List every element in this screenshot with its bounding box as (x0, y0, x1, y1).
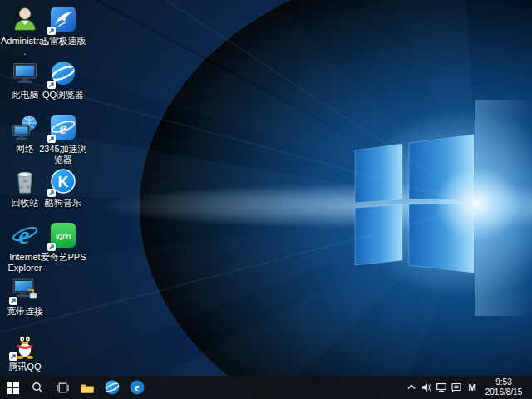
broadband-monitor-icon (11, 275, 39, 303)
desktop-icon-qq-browser[interactable]: QQ浏览器 (38, 59, 88, 101)
hidden-icons-button[interactable] (404, 376, 419, 399)
qq-browser-planet-icon (49, 59, 77, 87)
desktop-icon-iqiyi-pps[interactable]: iQIYI 爱奇艺PPS (38, 221, 88, 263)
recycle-bin-icon (11, 167, 39, 195)
ime-indicator[interactable]: M (464, 376, 480, 399)
network-globe-icon (11, 113, 39, 141)
iqiyi-tile-text: iQIYI (56, 233, 71, 240)
desktop-icon-kugou-music[interactable]: K 酷狗音乐 (38, 167, 88, 209)
2345-browser-e-icon: e (49, 113, 77, 141)
action-center-icon (451, 382, 462, 393)
speaker-icon (421, 382, 432, 393)
shortcut-arrow-overlay (9, 297, 17, 305)
qq-penguin-icon (11, 331, 39, 359)
task-view-button[interactable] (50, 376, 75, 399)
user-files-icon (11, 5, 39, 33)
desktop-icon-2345-browser[interactable]: e 2345加速浏览器 (38, 113, 88, 165)
edge-browser-taskbar-button[interactable]: e (125, 376, 150, 399)
ie-e-icon: e (11, 221, 39, 249)
taskbar: e (0, 376, 532, 399)
qq-browser-icon (105, 380, 120, 395)
svg-text:e: e (135, 382, 140, 393)
clock-date: 2016/8/15 (485, 387, 523, 397)
qq-browser-taskbar-button[interactable] (100, 376, 125, 399)
folder-icon (81, 382, 94, 393)
icon-label: 宽带连接 (0, 306, 50, 317)
shortcut-arrow-overlay (47, 135, 56, 143)
taskbar-clock[interactable]: 9:53 2016/8/15 (480, 376, 527, 399)
icon-label: QQ浏览器 (38, 90, 88, 101)
search-icon (32, 382, 43, 393)
computer-monitor-icon (11, 59, 39, 87)
edge-browser-icon: e (130, 380, 145, 395)
start-button[interactable] (0, 376, 25, 399)
desktop-icon-broadband-connection[interactable]: 宽带连接 (0, 275, 50, 317)
system-tray: M 9:53 2016/8/15 (404, 376, 532, 399)
icon-label: 酷狗音乐 (38, 198, 88, 209)
xunlei-bird-icon (49, 5, 77, 33)
windows-desktop: Administra... 迅雷极速版 (0, 0, 532, 399)
task-view-icon (57, 382, 69, 394)
desktop-icon-xunlei-thunder[interactable]: 迅雷极速版 (38, 5, 88, 47)
network-wired-icon (436, 382, 447, 393)
icon-label: 迅雷极速版 (38, 36, 88, 47)
file-explorer-button[interactable] (75, 376, 100, 399)
windows-logo-icon (7, 382, 19, 394)
icon-label: 爱奇艺PPS (38, 252, 88, 263)
shortcut-arrow-overlay (47, 81, 56, 89)
iqiyi-tile-icon: iQIYI (49, 221, 77, 249)
shortcut-arrow-overlay (9, 352, 17, 361)
taskbar-empty-area[interactable] (150, 376, 404, 399)
kugou-k-icon: K (49, 167, 77, 195)
shortcut-arrow-overlay (47, 243, 56, 251)
desktop-icon-tencent-qq[interactable]: 腾讯QQ (0, 331, 50, 372)
svg-text:K: K (58, 174, 69, 190)
icon-label: 2345加速浏览器 (38, 144, 88, 165)
volume-button[interactable] (419, 376, 434, 399)
svg-text:e: e (18, 221, 29, 249)
icon-label: 腾讯QQ (0, 362, 50, 372)
action-center-button[interactable] (449, 376, 464, 399)
network-button[interactable] (434, 376, 449, 399)
search-button[interactable] (25, 376, 50, 399)
clock-time: 9:53 (495, 377, 511, 387)
shortcut-arrow-overlay (47, 27, 56, 35)
chevron-up-icon (406, 382, 416, 392)
shortcut-arrow-overlay (47, 189, 56, 197)
